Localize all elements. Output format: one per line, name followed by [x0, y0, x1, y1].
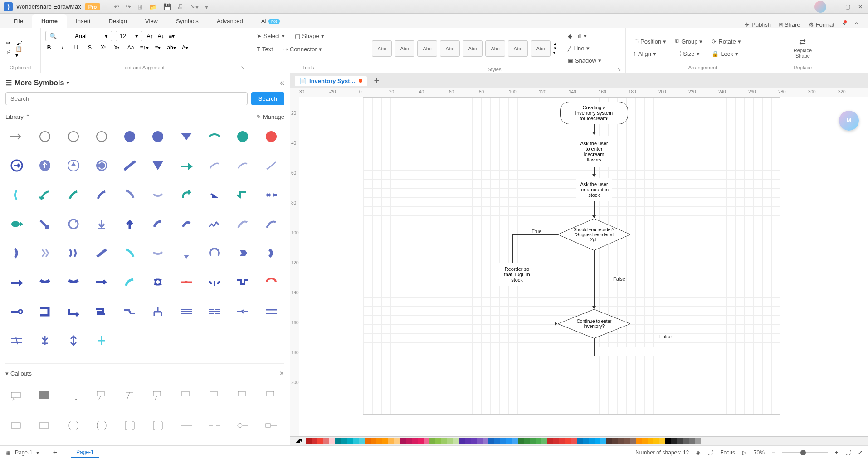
color-swatch[interactable] [477, 438, 483, 444]
style-preset[interactable]: Abc [440, 40, 460, 57]
library-label[interactable]: Library [5, 113, 24, 120]
strikethrough-icon[interactable]: S [86, 44, 93, 51]
cut-icon[interactable]: ✂ [5, 39, 12, 47]
fullscreen-icon[interactable]: ⤢ [858, 449, 863, 456]
symbol-arrow[interactable] [5, 127, 28, 146]
color-swatch[interactable] [659, 438, 665, 444]
color-swatch[interactable] [559, 438, 565, 444]
share-button[interactable]: ⎘Share [779, 21, 800, 28]
style-down-icon[interactable]: ▼ [553, 46, 557, 50]
flowchart-process[interactable]: Reorder so that 10gL in stock [499, 263, 535, 286]
decrease-font-icon[interactable]: A↓ [157, 33, 164, 40]
style-more-icon[interactable]: ▾ [553, 51, 557, 55]
symbol-callout[interactable] [90, 387, 113, 405]
page-layout-icon[interactable]: ▦ [5, 449, 10, 456]
symbol-arrow[interactable] [260, 303, 283, 321]
symbol-arrow[interactable] [203, 244, 226, 262]
page-selector[interactable]: Page-1 ▾ [10, 449, 44, 456]
color-swatch[interactable] [494, 438, 500, 444]
subscript-icon[interactable]: X₂ [113, 44, 121, 51]
menu-insert[interactable]: Insert [67, 14, 100, 28]
font-dialog-launcher[interactable]: ↘ [241, 65, 244, 70]
connector-button[interactable]: ⤳Connector ▾ [280, 44, 325, 54]
connector-line[interactable] [481, 324, 557, 324]
symbol-arrow[interactable] [118, 127, 141, 146]
color-swatch[interactable] [406, 438, 412, 444]
flowchart-process[interactable]: Ask the user to enter icecream flavors [576, 136, 612, 167]
symbol-arrow[interactable] [260, 273, 283, 291]
zoom-in-button[interactable]: + [835, 449, 838, 456]
symbol-arrow[interactable] [5, 244, 28, 262]
color-swatch[interactable] [636, 438, 642, 444]
color-swatch[interactable] [312, 438, 317, 444]
color-swatch[interactable] [689, 438, 695, 444]
symbol-arrow[interactable] [118, 186, 141, 204]
menu-file[interactable]: File [5, 14, 32, 28]
menu-home[interactable]: Home [32, 14, 67, 28]
color-swatch[interactable] [606, 438, 612, 444]
style-preset[interactable]: Abc [531, 40, 551, 57]
symbol-arrow[interactable] [231, 273, 254, 291]
italic-icon[interactable]: I [59, 44, 66, 51]
flowchart-decision[interactable]: Should you reorder? *Suggest reorder at … [558, 219, 630, 250]
color-swatch[interactable] [459, 438, 465, 444]
symbol-callout[interactable] [118, 387, 141, 405]
symbol-callout[interactable] [118, 416, 141, 435]
symbol-arrow[interactable] [5, 303, 28, 321]
symbol-arrow[interactable] [146, 273, 169, 291]
symbol-arrow[interactable] [34, 244, 56, 262]
connector-line[interactable] [594, 250, 595, 308]
connector-line[interactable] [512, 234, 513, 264]
style-up-icon[interactable]: ▲ [553, 42, 557, 46]
menu-symbols[interactable]: Symbols [167, 14, 208, 28]
symbol-arrow[interactable] [34, 303, 56, 321]
symbol-arrow[interactable] [175, 244, 198, 262]
color-swatch[interactable] [642, 438, 648, 444]
color-swatch[interactable] [653, 438, 659, 444]
symbol-arrow[interactable] [260, 215, 283, 233]
lock-button[interactable]: 🔒Lock▾ [709, 49, 743, 59]
symbol-search-input[interactable] [5, 92, 248, 105]
symbol-callout[interactable] [34, 416, 56, 435]
symbol-arrow[interactable] [146, 244, 169, 262]
symbol-callout[interactable] [146, 416, 169, 435]
font-family-select[interactable]: 🔍Arial▾ [45, 31, 112, 41]
color-swatch[interactable] [394, 438, 400, 444]
fill-button[interactable]: ◆Fill ▾ [565, 31, 604, 41]
symbol-callout[interactable] [90, 416, 113, 435]
color-swatch[interactable] [506, 438, 512, 444]
user-avatar[interactable] [814, 1, 826, 13]
color-swatch[interactable] [365, 438, 371, 444]
color-swatch[interactable] [512, 438, 518, 444]
collapse-panel-icon[interactable]: « [280, 78, 284, 88]
color-swatch[interactable] [453, 438, 459, 444]
symbol-arrow[interactable] [203, 127, 226, 146]
color-swatch[interactable] [695, 438, 701, 444]
style-preset[interactable]: Abc [508, 40, 528, 57]
maximize-icon[interactable]: ▢ [844, 3, 852, 11]
symbol-arrow[interactable] [62, 127, 85, 146]
symbol-arrow[interactable] [62, 273, 85, 291]
symbol-arrow[interactable] [118, 244, 141, 262]
flowchart-process[interactable]: Ask the user for amount in stock [576, 178, 612, 201]
symbol-arrow[interactable] [203, 156, 226, 175]
symbol-arrow[interactable] [231, 215, 254, 233]
symbol-callout[interactable] [260, 416, 283, 435]
color-swatch[interactable] [388, 438, 394, 444]
symbol-arrow[interactable] [118, 156, 141, 175]
color-swatch[interactable] [665, 438, 671, 444]
symbol-arrow[interactable] [90, 186, 113, 204]
color-swatch[interactable] [323, 438, 329, 444]
bold-icon[interactable]: B [45, 44, 53, 51]
color-swatch[interactable] [429, 438, 435, 444]
symbol-arrow[interactable] [90, 244, 113, 262]
zoom-out-button[interactable]: − [772, 449, 775, 456]
connector-line[interactable] [630, 324, 698, 324]
color-swatch[interactable] [353, 438, 359, 444]
color-swatch[interactable] [612, 438, 618, 444]
symbol-callout[interactable] [231, 416, 254, 435]
color-swatch[interactable] [677, 438, 683, 444]
symbol-arrow[interactable] [146, 303, 169, 321]
color-swatch[interactable] [424, 438, 429, 444]
group-button[interactable]: ⧉Group▾ [673, 36, 705, 47]
